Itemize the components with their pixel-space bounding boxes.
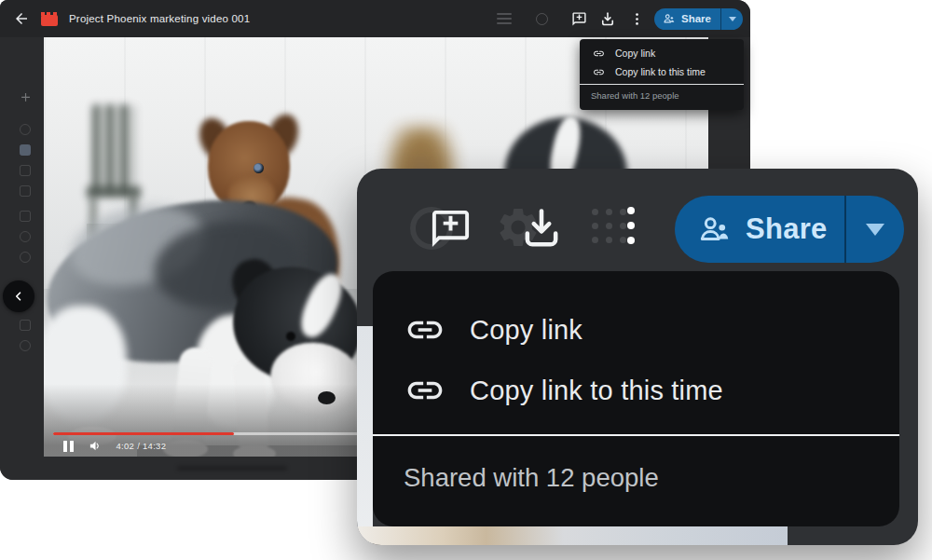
people-share-icon	[697, 212, 733, 247]
circle-icon	[536, 13, 548, 25]
share-button-label: Share	[681, 13, 711, 24]
people-share-icon	[663, 12, 676, 25]
link-icon	[404, 370, 445, 411]
download-button[interactable]	[599, 10, 616, 27]
more-vertical-icon	[629, 11, 645, 27]
share-split-button-large: Share	[675, 196, 904, 263]
copy-link-to-time-label-large: Copy link to this time	[470, 376, 723, 406]
add-comment-icon	[429, 207, 473, 251]
menu-lines-icon	[497, 13, 512, 24]
video-file-icon	[41, 12, 58, 26]
grid-dots-icon	[592, 209, 626, 243]
sidebar-icon-6[interactable]	[20, 231, 31, 242]
share-dropdown-button[interactable]	[721, 8, 743, 30]
chair-silhouette	[92, 104, 135, 193]
copy-link-to-time-item-large[interactable]: Copy link to this time	[373, 361, 899, 420]
video-file-icon-body	[41, 15, 58, 26]
document-title: Project Phoenix marketing video 001	[69, 13, 250, 24]
share-dropdown-menu: Copy link Copy link to this time Shared …	[580, 39, 744, 110]
link-icon	[404, 309, 445, 350]
magnified-video-bottom	[357, 526, 788, 545]
caret-down-icon	[866, 224, 884, 236]
titlebar: Project Phoenix marketing video 001 Shar…	[0, 0, 750, 37]
sidebar-icon-1[interactable]	[20, 124, 31, 135]
plus-icon[interactable]: ＋	[18, 86, 34, 107]
share-dropdown-button-large[interactable]	[846, 196, 904, 263]
menu-separator-large	[373, 434, 899, 436]
brown-puppy-eye	[254, 163, 264, 173]
add-comment-button-large[interactable]	[429, 207, 473, 254]
share-button-label-large: Share	[746, 212, 828, 246]
link-icon	[593, 48, 605, 60]
caret-down-icon	[729, 17, 736, 21]
copy-link-to-time-label: Copy link to this time	[615, 66, 706, 77]
sidebar-icon-3[interactable]	[20, 165, 31, 176]
sidebar-icon-2[interactable]	[20, 144, 31, 156]
sidebar: ＋	[0, 37, 44, 480]
copy-link-label: Copy link	[615, 48, 655, 59]
link-icon	[593, 66, 605, 78]
more-options-button[interactable]	[628, 10, 645, 27]
collapse-chevron-icon	[10, 288, 27, 305]
share-button-large[interactable]: Share	[675, 196, 844, 263]
share-button[interactable]: Share	[654, 8, 720, 30]
copy-link-item[interactable]: Copy link	[580, 44, 744, 62]
back-button[interactable]	[11, 8, 32, 29]
magnified-video-edge	[357, 326, 373, 545]
screen: Project Phoenix marketing video 001 Shar…	[0, 0, 932, 560]
toolbar-actions: Share	[497, 8, 750, 30]
time-display: 4:02 / 14:32	[116, 441, 167, 451]
download-icon	[599, 10, 616, 28]
volume-icon	[89, 439, 103, 453]
shared-with-status-large: Shared with 12 people	[404, 463, 659, 493]
magnified-callout-card: Share Copy link Copy link to this time S…	[357, 169, 918, 545]
add-comment-button[interactable]	[570, 10, 587, 27]
share-dropdown-menu-large: Copy link Copy link to this time Shared …	[373, 271, 899, 526]
collapse-sidebar-button[interactable]	[3, 280, 34, 312]
download-icon	[517, 204, 566, 253]
shared-with-status: Shared with 12 people	[580, 85, 744, 101]
sidebar-icon-8[interactable]	[20, 320, 31, 331]
share-split-button: Share	[654, 8, 743, 30]
add-comment-icon	[571, 11, 587, 27]
volume-button[interactable]	[89, 439, 103, 453]
main-puppy-eye	[286, 332, 295, 341]
copy-link-to-time-item[interactable]: Copy link to this time	[580, 62, 744, 81]
sidebar-icon-4[interactable]	[20, 185, 31, 197]
more-options-button-large[interactable]	[627, 207, 635, 244]
copy-link-label-large: Copy link	[470, 315, 582, 346]
back-arrow-icon	[13, 10, 30, 27]
pause-button[interactable]	[63, 441, 74, 452]
sidebar-icon-9[interactable]	[20, 340, 31, 351]
sidebar-icon-7[interactable]	[20, 252, 31, 263]
copy-link-item-large[interactable]: Copy link	[373, 300, 899, 360]
sidebar-icon-5[interactable]	[20, 211, 31, 222]
window-bottom-shadow	[177, 466, 287, 471]
download-button-large[interactable]	[517, 204, 566, 256]
